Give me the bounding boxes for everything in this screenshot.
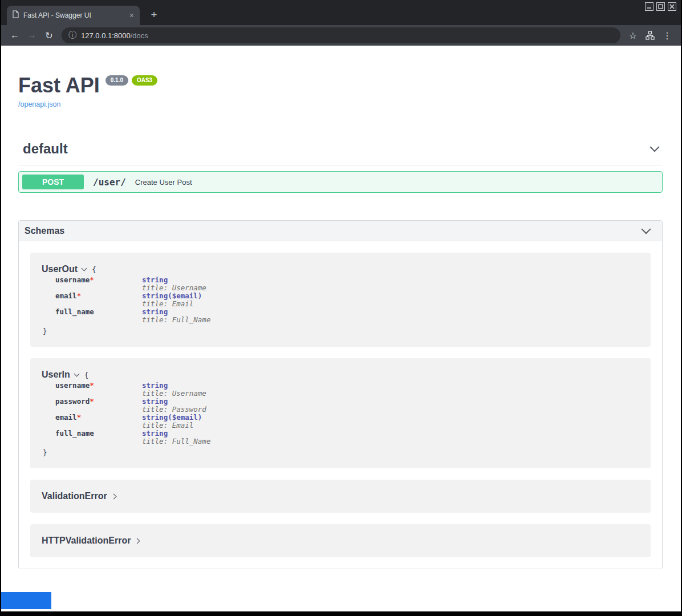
url-bar[interactable]: ⓘ 127.0.0.1:8000/docs	[62, 27, 620, 43]
api-header: Fast API 0.1.0 OAS3	[18, 73, 663, 98]
property-desc: string title: Username	[142, 382, 206, 398]
openapi-spec-link[interactable]: /openapi.json	[18, 100, 60, 108]
schema-property: full_name string title: Full_Name	[55, 308, 639, 324]
property-type: string	[142, 382, 206, 390]
url-host: 127.0.0.1:8000	[81, 31, 131, 40]
property-title: title: Password	[142, 406, 206, 414]
chevron-down-icon[interactable]	[642, 224, 651, 234]
property-name: username*	[55, 276, 142, 292]
model-name: ValidationError	[42, 491, 107, 501]
chevron-down-icon[interactable]	[82, 265, 87, 271]
property-title: title: Full_Name	[142, 437, 210, 445]
property-type: string	[142, 398, 206, 406]
property-name: username*	[55, 382, 142, 398]
tag-name: default	[23, 141, 68, 157]
schema-property: password* string title: Password	[55, 398, 639, 414]
brace-open: {	[84, 371, 89, 379]
model-name: UserIn	[42, 370, 70, 380]
reload-icon[interactable]: ↻	[41, 27, 57, 43]
title-bar: Fast API - Swagger UI × +	[1, 0, 681, 25]
schema-property: full_name string title: Full_Name	[55, 429, 639, 445]
property-desc: string title: Username	[142, 276, 206, 292]
badges: 0.1.0 OAS3	[105, 75, 157, 86]
schemas-title: Schemas	[25, 226, 64, 236]
model-toggle[interactable]: HTTPValidationError	[42, 536, 639, 546]
property-name-text: full_name	[55, 307, 94, 316]
bottom-blue-box	[1, 592, 51, 609]
chevron-down-icon[interactable]	[650, 143, 660, 152]
page-title: Fast API	[18, 73, 100, 98]
property-desc: string($email) title: Email	[142, 414, 202, 429]
endpoint-summary: Create User Post	[135, 178, 192, 187]
schema-property: username* string title: Username	[55, 276, 639, 292]
minimize-button[interactable]	[645, 2, 653, 11]
schema-property: email* string($email) title: Email	[55, 292, 639, 308]
model-card-validationerror: ValidationError	[30, 480, 651, 513]
maximize-button[interactable]	[656, 2, 665, 11]
model-properties: username* string title: Username passwor…	[55, 382, 639, 445]
close-button[interactable]	[668, 2, 676, 11]
property-desc: string title: Full_Name	[142, 308, 210, 324]
property-name-text: full_name	[55, 429, 94, 437]
new-tab-button[interactable]: +	[147, 7, 161, 22]
tag-section-default[interactable]: default	[18, 141, 663, 165]
schemas-body: UserOut { username* string title: Userna…	[19, 241, 662, 569]
browser-tab[interactable]: Fast API - Swagger UI ×	[7, 6, 140, 25]
forward-icon[interactable]: →	[24, 27, 40, 43]
endpoint-path: /user/	[93, 177, 126, 188]
property-name-text: username	[55, 275, 90, 284]
back-icon[interactable]: ←	[7, 27, 23, 43]
required-marker: *	[77, 291, 82, 300]
property-title: title: Full_Name	[142, 316, 210, 324]
tab-close-icon[interactable]: ×	[129, 11, 134, 19]
brace-close: }	[43, 327, 639, 335]
schema-property: email* string($email) title: Email	[55, 414, 639, 429]
property-type: string($email)	[142, 414, 202, 422]
version-badge: 0.1.0	[105, 75, 128, 86]
tab-title: Fast API - Swagger UI	[23, 11, 125, 19]
window-controls	[645, 2, 676, 11]
schemas-section: Schemas UserOut { username* st	[18, 220, 663, 569]
model-properties: username* string title: Username email* …	[55, 276, 639, 324]
property-name-text: password	[55, 397, 90, 406]
property-title: title: Username	[142, 390, 206, 398]
property-type: string	[142, 308, 210, 316]
required-marker: *	[90, 381, 94, 390]
property-desc: string title: Password	[142, 398, 206, 414]
method-badge: POST	[22, 175, 84, 189]
swagger-page: Fast API 0.1.0 OAS3 /openapi.json defaul…	[1, 46, 681, 611]
property-title: title: Username	[142, 284, 206, 292]
model-name: HTTPValidationError	[42, 536, 131, 546]
property-name: email*	[55, 414, 142, 429]
property-name: full_name	[55, 429, 142, 445]
required-marker: *	[90, 397, 94, 406]
url-text: 127.0.0.1:8000/docs	[81, 31, 148, 40]
page-icon	[13, 10, 19, 21]
property-type: string	[142, 276, 206, 284]
chevron-right-icon[interactable]	[111, 493, 116, 499]
model-card-userin: UserIn { username* string title: Usernam…	[30, 358, 651, 468]
property-name: full_name	[55, 308, 142, 324]
sitemap-icon[interactable]	[642, 27, 658, 43]
property-title: title: Email	[142, 300, 202, 308]
site-info-icon[interactable]: ⓘ	[68, 30, 76, 40]
property-name: email*	[55, 292, 142, 308]
menu-dots-icon[interactable]: ⋮	[659, 27, 675, 43]
model-toggle[interactable]: ValidationError	[42, 491, 639, 501]
oas3-badge: OAS3	[132, 75, 157, 86]
property-type: string($email)	[142, 292, 202, 300]
chevron-right-icon[interactable]	[135, 538, 140, 544]
model-toggle[interactable]: UserIn {	[42, 370, 639, 380]
url-path: /docs	[131, 31, 148, 40]
property-desc: string($email) title: Email	[142, 292, 202, 308]
browser-window: Fast API - Swagger UI × + ← → ↻ ⓘ 127.0.…	[1, 0, 681, 611]
model-card-httpvalidationerror: HTTPValidationError	[30, 524, 651, 557]
endpoint-post-user[interactable]: POST /user/ Create User Post	[18, 171, 663, 193]
property-name-text: email	[55, 291, 77, 300]
property-name: password*	[55, 398, 142, 414]
model-toggle[interactable]: UserOut {	[42, 264, 639, 274]
chevron-down-icon[interactable]	[74, 371, 79, 376]
bookmark-star-icon[interactable]: ☆	[625, 27, 641, 43]
schemas-header[interactable]: Schemas	[19, 221, 662, 241]
model-name: UserOut	[42, 264, 78, 274]
